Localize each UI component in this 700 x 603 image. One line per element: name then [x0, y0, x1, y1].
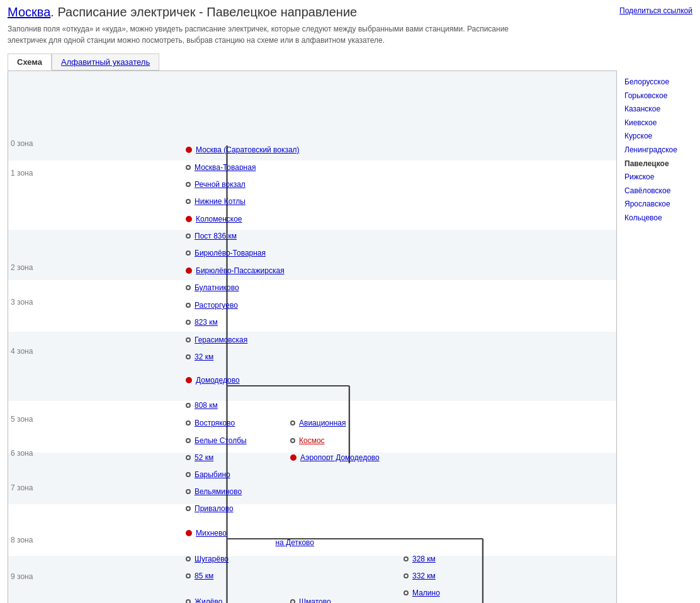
- station-moskva-tovarnaya[interactable]: Москва-Товарная: [186, 163, 256, 172]
- station-name[interactable]: Нижние Котлы: [195, 197, 246, 206]
- station-85km[interactable]: 85 км: [186, 572, 213, 580]
- sidebar-item-leningradskoe[interactable]: Ленинградское: [624, 144, 700, 157]
- station-post836[interactable]: Пост 836 км: [186, 232, 237, 240]
- station-dot: [186, 285, 191, 290]
- station-name[interactable]: Москва-Товарная: [195, 163, 256, 172]
- station-name[interactable]: Малино: [412, 589, 440, 597]
- station-shugarevo[interactable]: Шугарёво: [186, 555, 229, 563]
- station-name[interactable]: Востряково: [195, 419, 235, 427]
- sidebar-item-kazanskoe[interactable]: Казанское: [624, 103, 700, 116]
- station-dot: [186, 320, 191, 325]
- station-52km[interactable]: 52 км: [186, 453, 213, 462]
- station-privalovo[interactable]: Привалово: [186, 504, 234, 513]
- station-name[interactable]: Герасимовская: [195, 335, 247, 344]
- station-dot: [186, 438, 191, 443]
- station-biryulevo-tovarnaya[interactable]: Бирюлёво-Товарная: [186, 249, 266, 257]
- station-vostryakovo[interactable]: Востряково: [186, 419, 235, 427]
- share-link[interactable]: Поделиться ссылкой: [619, 6, 692, 15]
- station-mikhnevo[interactable]: Михнево: [186, 529, 227, 538]
- station-kolomenskoe[interactable]: Коломенское: [186, 215, 242, 223]
- station-name[interactable]: 32 км: [195, 352, 213, 361]
- sidebar-item-rijskoe[interactable]: Рижское: [624, 171, 700, 184]
- station-name[interactable]: 85 км: [195, 572, 213, 580]
- station-name[interactable]: Булатниково: [195, 283, 239, 292]
- station-dot: [186, 377, 192, 383]
- station-name[interactable]: Бирюлёво-Товарная: [195, 249, 266, 257]
- station-domodedovo[interactable]: Домодедово: [186, 376, 240, 385]
- sidebar: Белорусское Горьковское Казанское Киевск…: [624, 70, 700, 603]
- station-name[interactable]: Жилёво: [195, 597, 222, 603]
- station-823km[interactable]: 823 км: [186, 318, 218, 327]
- station-name[interactable]: Расторгуево: [195, 301, 238, 310]
- detково-note[interactable]: на Детково: [275, 538, 314, 547]
- station-dot: [186, 573, 191, 578]
- station-dot: [186, 420, 191, 425]
- svg-rect-1: [8, 161, 616, 230]
- sidebar-item-kievskoe[interactable]: Киевское: [624, 116, 700, 130]
- station-bulatnikovo[interactable]: Булатниково: [186, 283, 239, 292]
- station-name[interactable]: Михнево: [196, 529, 227, 538]
- moscow-link[interactable]: Москва: [8, 5, 50, 19]
- station-dot: [186, 165, 191, 170]
- station-barybino[interactable]: Барыбино: [186, 470, 230, 479]
- station-name[interactable]: Аэропорт Домодедово: [300, 453, 380, 462]
- station-dot: [186, 268, 192, 274]
- station-name[interactable]: Барыбино: [195, 470, 230, 479]
- station-kosmos[interactable]: Космос: [290, 436, 325, 445]
- zone-8: 8 зона: [11, 536, 33, 544]
- station-dot: [186, 337, 191, 342]
- station-32km[interactable]: 32 км: [186, 352, 213, 361]
- station-name[interactable]: Речной вокзал: [195, 180, 246, 189]
- sidebar-item-yaroslavskoe[interactable]: Ярославское: [624, 198, 700, 211]
- station-dot: [186, 182, 191, 187]
- station-dot: [404, 556, 409, 561]
- station-airport-domodedovo[interactable]: Аэропорт Домодедово: [290, 453, 380, 462]
- sidebar-item-savelovskoe[interactable]: Савёловское: [624, 184, 700, 198]
- station-name[interactable]: 808 км: [195, 401, 218, 410]
- station-shmatovo[interactable]: Шматово: [290, 597, 331, 603]
- station-malino[interactable]: Малино: [404, 589, 440, 597]
- sidebar-item-koltsevoe[interactable]: Кольцевое: [624, 211, 700, 225]
- station-dot: [290, 438, 295, 443]
- station-name[interactable]: Пост 836 км: [195, 232, 237, 240]
- station-dot: [186, 216, 192, 222]
- tab-schema[interactable]: Схема: [8, 54, 52, 70]
- station-velyaminovo[interactable]: Вельяминово: [186, 487, 242, 496]
- station-biryulevo-pass[interactable]: Бирюлёво-Пассажирская: [186, 266, 285, 275]
- station-name[interactable]: Коломенское: [196, 215, 242, 223]
- station-name[interactable]: 823 км: [195, 318, 218, 327]
- station-name[interactable]: Шугарёво: [195, 555, 229, 563]
- station-name[interactable]: Бирюлёво-Пассажирская: [196, 266, 285, 275]
- station-name[interactable]: 52 км: [195, 453, 213, 462]
- station-808km[interactable]: 808 км: [186, 401, 218, 410]
- station-name[interactable]: Привалово: [195, 504, 234, 513]
- station-name[interactable]: Домодедово: [196, 376, 240, 385]
- station-name[interactable]: Авиационная: [299, 419, 346, 427]
- zone-6: 6 зона: [11, 449, 33, 458]
- station-rechnoy[interactable]: Речной вокзал: [186, 180, 246, 189]
- station-moskva[interactable]: Москва (Саратовский вокзал): [186, 145, 300, 154]
- station-gerasimovskaya[interactable]: Герасимовская: [186, 335, 247, 344]
- sidebar-item-kurskoe[interactable]: Курское: [624, 130, 700, 144]
- station-328km[interactable]: 328 км: [404, 555, 436, 563]
- station-name[interactable]: Космос: [299, 436, 325, 445]
- station-nijnie-kotly[interactable]: Нижние Котлы: [186, 197, 246, 206]
- station-dot: [186, 147, 192, 153]
- main-diagram: 0 зона 1 зона 2 зона 3 зона 4 зона 5 зон…: [8, 70, 617, 603]
- sidebar-item-belorusskoe[interactable]: Белорусское: [624, 76, 700, 89]
- station-aviatsionnaya[interactable]: Авиационная: [290, 419, 346, 427]
- station-name[interactable]: Белые Столбы: [195, 436, 247, 445]
- sidebar-item-paveletskoe[interactable]: Павелецкое: [624, 157, 700, 171]
- station-name[interactable]: 332 км: [412, 572, 436, 580]
- station-name[interactable]: 328 км: [412, 555, 436, 563]
- tab-alphabetical[interactable]: Алфавитный указатель: [52, 54, 159, 70]
- station-name[interactable]: Шматово: [299, 597, 331, 603]
- station-rastorguevo[interactable]: Расторгуево: [186, 301, 238, 310]
- station-jilevo[interactable]: Жилёво: [186, 597, 222, 603]
- station-belye-stolby[interactable]: Белые Столбы: [186, 436, 247, 445]
- station-name[interactable]: Москва (Саратовский вокзал): [196, 145, 300, 154]
- station-332km[interactable]: 332 км: [404, 572, 436, 580]
- station-name[interactable]: Вельяминово: [195, 487, 242, 496]
- station-dot: [404, 590, 409, 595]
- sidebar-item-gorkovskoe[interactable]: Горьковское: [624, 89, 700, 103]
